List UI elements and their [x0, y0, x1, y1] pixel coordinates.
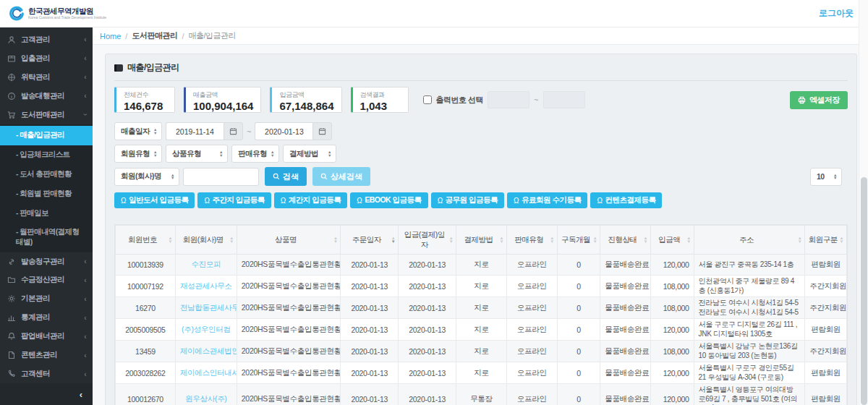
general-book-deposit-button[interactable]: Ω일반도서 입금등록 [114, 192, 195, 208]
content-payment-button[interactable]: Ω컨텐츠결제등록 [590, 192, 662, 208]
cell-member-grade: 편람회원 [805, 319, 847, 341]
sidebar-item-consignment-mgmt[interactable]: 위탁관리 ‹ [0, 68, 93, 87]
cell-address: 서울 광진구 중곡동 235-14 1층 [694, 255, 805, 276]
col-pay-date[interactable]: 입금(결제)일자▲▼ [399, 226, 456, 255]
col-member-grade[interactable]: 회원구분▲▼ [805, 226, 847, 255]
bell-icon: Ω [597, 197, 602, 205]
member-name-link[interactable]: 재성관세사무소 [175, 276, 237, 297]
col-status[interactable]: 진행상태▲▼ [600, 226, 651, 255]
cell-subscribe-months: 0 [557, 319, 600, 341]
col-product[interactable]: 상품명▲▼ [237, 226, 341, 255]
quarterly-deposit-button[interactable]: Ω계간지 입금등록 [274, 192, 347, 208]
member-name-input[interactable] [183, 168, 259, 186]
page-size-select[interactable]: 10 ▲▼ [810, 168, 842, 186]
sidebar-subitem-monthly-sales-by-paytype[interactable]: - 월판매내역(결제형태별) [0, 223, 93, 251]
member-name-select[interactable]: 회원(회사)명 ▲▼ [114, 168, 179, 186]
sort-icon[interactable]: ▲▼ [168, 236, 171, 244]
print-number-from-input[interactable] [488, 91, 529, 108]
col-sale-type[interactable]: 판매유형▲▼ [506, 226, 557, 255]
sort-icon[interactable]: ▲▼ [499, 236, 503, 244]
member-name-link[interactable]: 제이에스관세법인 [175, 341, 237, 362]
paid-member-manual-button[interactable]: Ω유료회원 수기등록 [507, 192, 587, 208]
sidebar-subitem-member-sales[interactable]: - 회원별 판매현황 [0, 184, 93, 204]
col-order-date[interactable]: 주문일자▲▼ [341, 226, 399, 255]
cell-pay-date: 2020-01-13 [399, 297, 456, 319]
cell-order-date: 2020-01-13 [341, 297, 399, 319]
sort-icon[interactable]: ▲▼ [593, 236, 597, 244]
sidebar-item-stats-mgmt[interactable]: 통계관리 ‹ [0, 308, 93, 327]
sidebar-item-shipping-billing-mgmt[interactable]: 발송청구관리 ‹ [0, 252, 93, 271]
sidebar-item-customer-center[interactable]: 고객센터 ‹ [0, 364, 93, 383]
print-number-to-input[interactable] [543, 91, 585, 108]
sale-type-select[interactable]: 판매유형 ▲▼ [231, 145, 279, 163]
search-button[interactable]: 검색 [265, 167, 307, 186]
col-amount[interactable]: 입금액▲▼ [650, 226, 694, 255]
search-icon [273, 173, 280, 180]
gear-icon [7, 294, 17, 303]
cell-product: 2020HS품목별수출입통관현황 [237, 319, 341, 341]
product-type-select[interactable]: 상품유형 ▲▼ [166, 145, 228, 163]
sidebar-item-popup-banner-mgmt[interactable]: 팝업배너관리 ‹ [0, 327, 93, 346]
sidebar-item-inout-mgmt[interactable]: 입출관리 ‹ [0, 49, 93, 68]
sort-icon[interactable]: ▲▼ [229, 236, 233, 244]
date-from-input[interactable] [166, 122, 224, 140]
sidebar-item-content-mgmt[interactable]: 콘텐츠관리 ‹ [0, 346, 93, 364]
calendar-button[interactable] [312, 122, 332, 140]
cell-pay-method: 지로 [456, 319, 507, 341]
cell-pay-date: 2020-01-13 [399, 319, 456, 341]
logout-link[interactable]: 로그아웃 [819, 7, 854, 20]
sidebar-item-collection-settlement-mgmt[interactable]: 수금정산관리 ‹ [0, 271, 93, 290]
chevron-left-icon: ‹ [84, 35, 86, 43]
member-name-link[interactable]: 제이에스인터내셔날 [175, 362, 237, 384]
sort-icon[interactable]: ▲▼ [798, 236, 801, 244]
sort-icon[interactable]: ▲▼ [333, 236, 337, 244]
bell-icon: Ω [514, 197, 519, 205]
sort-icon[interactable]: ▲▼ [449, 236, 453, 244]
breadcrumb-home[interactable]: Home [100, 32, 121, 40]
cell-order-date: 2020-01-13 [341, 362, 399, 384]
col-member-name[interactable]: 회원(회사)명▲▼ [175, 226, 237, 255]
col-address[interactable]: 주소▲▼ [694, 226, 805, 255]
sidebar-item-shipping-agency-mgmt[interactable]: 발송대행관리 ‹ [0, 87, 93, 106]
member-name-link[interactable]: 원우상사(주) [175, 384, 237, 405]
sidebar-subitem-payment-checklist[interactable]: - 입금체크리스트 [0, 145, 93, 165]
col-subscribe-months[interactable]: 구독개월▲▼ [557, 226, 600, 255]
calendar-button[interactable] [224, 122, 243, 140]
sort-icon[interactable]: ▲▼ [840, 236, 843, 244]
calendar-icon [229, 127, 237, 135]
member-name-link[interactable]: 전남합동관세사무소 [175, 297, 237, 319]
cell-product: 2020HS품목별수출입통관현황 [237, 362, 341, 384]
date-to-input[interactable] [255, 122, 312, 140]
sidebar-subitem-sales-payment-mgmt[interactable]: - 매출/입금관리 [0, 126, 93, 145]
sidebar-item-book-sales-mgmt[interactable]: 도서판매관리 ‹ [0, 106, 93, 124]
weekly-deposit-button[interactable]: Ω주간지 입금등록 [197, 192, 271, 208]
member-name-link[interactable]: (주)성우인터컴 [175, 319, 237, 341]
sidebar-subitem-book-total-sales[interactable]: - 도서 총판매현황 [0, 165, 93, 184]
sort-icon[interactable]: ▲▼ [391, 236, 395, 244]
pay-method-select[interactable]: 결제방법 ▲▼ [283, 145, 336, 163]
sidebar-collapse-button[interactable]: ‹ [0, 383, 93, 405]
sidebar-item-basic-mgmt[interactable]: 기본관리 ‹ [0, 289, 93, 308]
stat-search-result: 검색결과 1,043 [351, 87, 409, 113]
excel-save-button[interactable]: 엑셀저장 [790, 91, 848, 109]
sort-icon[interactable]: ▲▼ [686, 236, 690, 244]
top-bar: 한국관세무역개발원 Korea Customs and Trade Develo… [0, 0, 868, 27]
sale-date-type-select[interactable]: 매출일자 ▲▼ [114, 122, 162, 140]
sort-icon[interactable]: ▲▼ [550, 236, 553, 244]
member-type-select[interactable]: 회원유형 ▲▼ [114, 145, 162, 163]
col-member-no[interactable]: 회원번호▲▼ [116, 226, 176, 255]
print-number-checkbox[interactable] [423, 95, 432, 104]
table-row: 100012670 원우상사(주) 2020HS품목별수출입통관현황 2020-… [116, 384, 847, 405]
detail-search-button[interactable]: 상세검색 [312, 167, 370, 186]
col-pay-method[interactable]: 결제방법▲▼ [456, 226, 507, 255]
scrollbar-thumb[interactable] [861, 177, 867, 405]
sidebar-subitem-daily-sales-report[interactable]: - 판매일보 [0, 204, 93, 223]
sort-icon[interactable]: ▲▼ [644, 236, 647, 244]
sidebar-item-customer-mgmt[interactable]: 고객관리 ‹ [0, 30, 93, 49]
official-deposit-button[interactable]: Ω공무원 입금등록 [431, 192, 504, 208]
cell-status: 물품배송완료 [600, 255, 651, 276]
member-name-link[interactable]: 수진모피 [175, 255, 237, 276]
vertical-scrollbar [859, 0, 868, 405]
bell-icon: Ω [121, 197, 126, 205]
ebook-deposit-button[interactable]: ΩEBOOK 입금등록 [350, 192, 427, 208]
